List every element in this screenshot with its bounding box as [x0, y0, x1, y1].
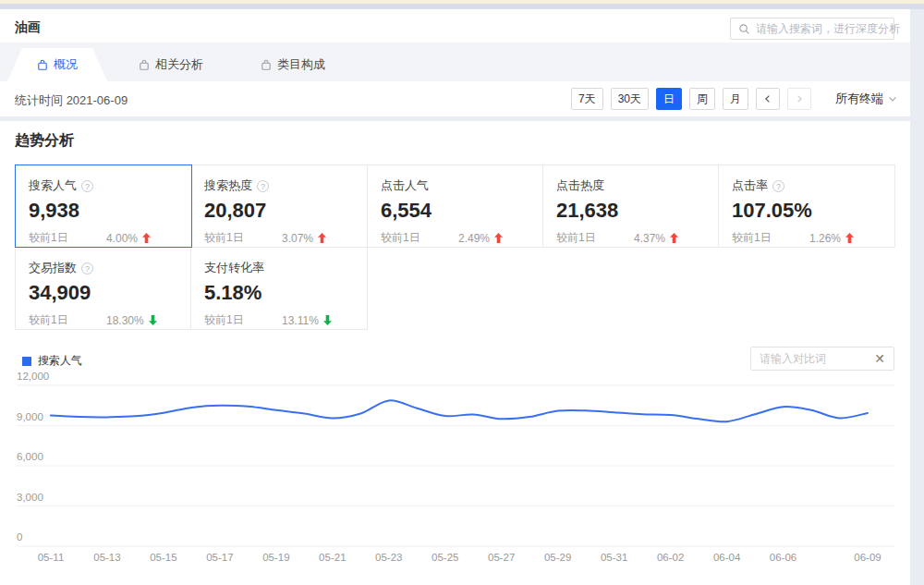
page-header: 油画 请输入搜索词，进行深度分析 — [0, 9, 910, 43]
metric-change: 4.00% — [106, 232, 138, 245]
metric-value: 21,638 — [556, 199, 706, 223]
legend-label: 搜索人气 — [38, 353, 82, 369]
search-icon — [738, 23, 750, 35]
compare-word-placeholder: 请输入对比词 — [760, 351, 826, 367]
metric-compare-label: 较前1日 — [204, 312, 282, 328]
bag-icon — [37, 59, 48, 71]
metric-change: 4.37% — [634, 232, 665, 245]
tab-category-composition[interactable]: 类目构成 — [261, 48, 325, 81]
metric-label: 交易指数? — [29, 260, 178, 276]
down-arrow-icon — [323, 315, 332, 325]
svg-text:06-02: 06-02 — [657, 552, 684, 563]
keyword-analysis-page: 油画 请输入搜索词，进行深度分析 概况相关分析类目构成 统计时间 2021-06… — [0, 0, 924, 585]
metric-label: 点击率? — [732, 177, 881, 194]
up-arrow-icon — [845, 233, 854, 243]
svg-text:9,000: 9,000 — [17, 411, 43, 422]
up-arrow-icon — [670, 233, 678, 243]
metric-compare-label: 较前1日 — [732, 230, 809, 246]
metric-change: 2.49% — [458, 232, 490, 245]
svg-text:05-29: 05-29 — [544, 552, 571, 563]
next-period-button[interactable] — [787, 88, 811, 110]
down-arrow-icon — [149, 315, 157, 325]
metric-card-click-rate[interactable]: 点击率?107.05%较前1日1.26% — [718, 165, 895, 248]
help-icon[interactable]: ? — [257, 180, 269, 192]
metric-compare-label: 较前1日 — [556, 230, 634, 246]
metric-compare-label: 较前1日 — [29, 312, 106, 328]
metric-label: 支付转化率 — [204, 260, 354, 276]
up-arrow-icon — [494, 233, 503, 243]
metric-value: 20,807 — [204, 199, 354, 223]
granularity-week-button[interactable]: 周 — [689, 88, 715, 110]
metric-value: 5.18% — [204, 281, 354, 305]
granularity-day-button[interactable]: 日 — [656, 88, 682, 110]
chart-legend[interactable]: 搜索人气 — [22, 353, 82, 369]
tab-overview[interactable]: 概况 — [7, 48, 107, 81]
metric-card-search-popularity[interactable]: 搜索人气?9,938较前1日4.00% — [15, 165, 192, 248]
metric-change: 13.11% — [282, 314, 319, 327]
help-icon[interactable]: ? — [81, 180, 93, 192]
granularity-month-button[interactable]: 月 — [723, 88, 748, 110]
metric-change: 1.26% — [809, 232, 841, 245]
bag-icon — [261, 59, 272, 71]
svg-text:05-17: 05-17 — [206, 552, 233, 563]
trend-analysis-panel: 趋势分析 搜索人气?9,938较前1日4.00%搜索热度?20,807较前1日3… — [0, 121, 910, 585]
help-icon[interactable]: ? — [772, 180, 784, 192]
section-title: 趋势分析 — [15, 131, 74, 151]
metric-compare-label: 较前1日 — [29, 230, 106, 246]
help-icon[interactable]: ? — [81, 262, 93, 274]
svg-text:05-19: 05-19 — [262, 552, 289, 563]
metric-change: 3.07% — [282, 232, 313, 245]
svg-text:05-11: 05-11 — [38, 552, 65, 563]
up-arrow-icon — [142, 233, 151, 243]
tab-label: 相关分析 — [155, 56, 203, 73]
svg-text:12,000: 12,000 — [17, 371, 49, 382]
metric-value: 9,938 — [29, 199, 178, 223]
metric-value: 107.05% — [732, 199, 881, 223]
prev-period-button[interactable] — [756, 88, 780, 110]
metric-card-transaction-index[interactable]: 交易指数?34,909较前1日18.30% — [15, 247, 192, 330]
metric-label: 搜索热度? — [204, 177, 354, 194]
period-7d-button[interactable]: 7天 — [571, 88, 603, 110]
svg-text:05-31: 05-31 — [601, 552, 627, 563]
up-arrow-icon — [318, 233, 326, 243]
trend-line-chart[interactable]: 03,0006,0009,00012,00005-1105-1305-1505-… — [0, 371, 910, 585]
metric-card-search-heat[interactable]: 搜索热度?20,807较前1日3.07% — [190, 165, 368, 248]
metric-change: 18.30% — [106, 314, 144, 327]
metric-value: 34,909 — [29, 281, 178, 305]
filter-toolbar: 统计时间 2021-06-09 7天30天日周月 所有终端 — [0, 81, 910, 116]
stat-time-value: 2021-06-09 — [67, 93, 128, 107]
svg-text:06-06: 06-06 — [770, 552, 796, 563]
compare-word-input[interactable]: 请输入对比词 ✕ — [750, 347, 894, 371]
tab-related-analysis[interactable]: 相关分析 — [139, 48, 203, 81]
toolbar-controls: 7天30天日周月 所有终端 — [571, 88, 897, 110]
metric-card-click-heat[interactable]: 点击热度21,638较前1日4.37% — [542, 165, 720, 248]
metric-card-payment-conversion-rate[interactable]: 支付转化率5.18%较前1日13.11% — [190, 247, 368, 330]
terminal-filter-label: 所有终端 — [835, 91, 883, 107]
close-icon[interactable]: ✕ — [874, 352, 885, 365]
stat-time: 统计时间 2021-06-09 — [15, 92, 128, 109]
svg-text:05-25: 05-25 — [432, 552, 458, 563]
metric-label: 搜索人气? — [29, 177, 178, 194]
period-button-group: 7天30天日周月 — [571, 88, 748, 110]
search-placeholder: 请输入搜索词，进行深度分析 — [756, 21, 900, 37]
tab-label: 概况 — [54, 56, 78, 73]
svg-text:05-21: 05-21 — [319, 552, 346, 563]
svg-text:05-13: 05-13 — [93, 552, 120, 563]
keyword-search-input[interactable]: 请输入搜索词，进行深度分析 — [730, 18, 894, 40]
metric-card-click-popularity[interactable]: 点击人气6,554较前1日2.49% — [367, 165, 544, 248]
period-30d-button[interactable]: 30天 — [611, 88, 649, 110]
stat-time-label: 统计时间 — [15, 93, 63, 107]
tab-bar: 概况相关分析类目构成 — [0, 43, 910, 81]
page-right-margin — [910, 9, 924, 585]
svg-text:06-09: 06-09 — [854, 552, 881, 563]
svg-text:6,000: 6,000 — [17, 451, 43, 462]
chevron-right-icon — [795, 94, 804, 104]
svg-text:0: 0 — [17, 531, 22, 542]
chevron-down-icon — [888, 94, 897, 104]
metric-value: 6,554 — [381, 199, 530, 223]
tab-label: 类目构成 — [277, 56, 325, 73]
svg-text:05-23: 05-23 — [375, 552, 402, 563]
metric-compare-label: 较前1日 — [204, 230, 282, 246]
chevron-left-icon — [763, 94, 772, 104]
terminal-filter-dropdown[interactable]: 所有终端 — [835, 91, 897, 107]
